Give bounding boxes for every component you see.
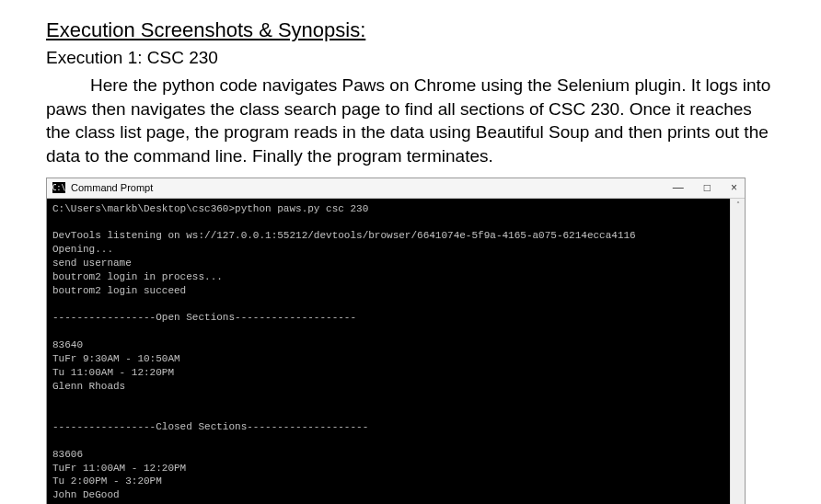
window-title: Command Prompt bbox=[71, 182, 153, 193]
vertical-scrollbar[interactable]: ˄ bbox=[730, 199, 745, 504]
minimize-button[interactable]: — bbox=[669, 180, 688, 195]
scroll-up-icon[interactable]: ˄ bbox=[731, 199, 745, 212]
description-paragraph: Here the python code navigates Paws on C… bbox=[46, 74, 775, 168]
terminal-output: C:\Users\markb\Desktop\csc360>python paw… bbox=[47, 199, 730, 504]
maximize-button[interactable]: □ bbox=[700, 180, 714, 195]
window-controls: — □ × bbox=[669, 180, 741, 195]
command-prompt-window: C:\ Command Prompt — □ × C:\Users\markb\… bbox=[46, 178, 746, 504]
close-button[interactable]: × bbox=[727, 180, 741, 195]
window-titlebar[interactable]: C:\ Command Prompt — □ × bbox=[47, 178, 745, 199]
section-heading: Execution Screenshots & Synopsis: bbox=[46, 18, 775, 42]
execution-subheading: Execution 1: CSC 230 bbox=[46, 48, 775, 68]
cmd-icon: C:\ bbox=[52, 182, 65, 193]
